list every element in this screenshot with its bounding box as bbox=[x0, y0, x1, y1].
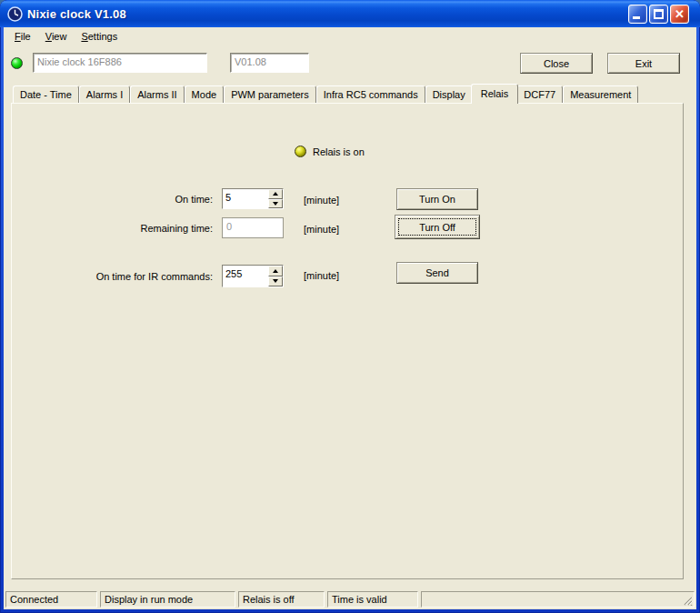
ir-on-time-value[interactable]: 255 bbox=[223, 266, 268, 286]
relais-tab-page: Relais is on On time: 5 [minute] Turn On… bbox=[11, 103, 684, 579]
titlebar[interactable]: Nixie clock V1.08 ✕ bbox=[0, 0, 700, 27]
status-connection: Connected bbox=[5, 591, 97, 608]
remaining-time-label: Remaining time: bbox=[12, 223, 213, 234]
close-button[interactable]: Close bbox=[520, 53, 593, 74]
ir-on-time-spin-up-button[interactable] bbox=[268, 266, 283, 276]
minimize-icon bbox=[633, 16, 640, 19]
app-window: Nixie clock V1.08 ✕ File View Settings N… bbox=[0, 0, 700, 613]
ir-on-time-spin-down-button[interactable] bbox=[268, 276, 283, 287]
clock-icon bbox=[7, 6, 23, 22]
turn-on-button[interactable]: Turn On bbox=[396, 188, 478, 210]
arrow-up-icon bbox=[273, 269, 278, 273]
turn-off-button[interactable]: Turn Off bbox=[395, 215, 480, 239]
menu-view[interactable]: View bbox=[38, 29, 75, 44]
status-time: Time is valid bbox=[327, 591, 418, 608]
status-bar: Connected Display in run mode Relais is … bbox=[4, 589, 696, 609]
tab-pwm-parameters[interactable]: PWM parameters bbox=[224, 85, 316, 103]
tab-strip: Date - Time Alarms I Alarms II Mode PWM … bbox=[11, 83, 638, 103]
exit-button[interactable]: Exit bbox=[607, 53, 680, 74]
tab-infra-rc5-commands[interactable]: Infra RC5 commands bbox=[316, 85, 425, 103]
menu-bar: File View Settings bbox=[4, 27, 696, 45]
arrow-down-icon bbox=[273, 202, 278, 206]
remaining-time-unit-label: [minute] bbox=[304, 224, 339, 235]
close-icon: ✕ bbox=[671, 5, 688, 23]
status-empty bbox=[421, 591, 695, 608]
status-relais: Relais is off bbox=[238, 591, 325, 608]
tab-measurement[interactable]: Measurement bbox=[563, 85, 638, 103]
arrow-up-icon bbox=[273, 192, 278, 196]
arrow-down-icon bbox=[273, 279, 278, 283]
tab-relais[interactable]: Relais bbox=[471, 84, 519, 104]
relais-status-label: Relais is on bbox=[313, 146, 365, 157]
ir-on-time-label: On time for IR commands: bbox=[12, 271, 213, 282]
menu-file[interactable]: File bbox=[7, 29, 38, 44]
tab-alarms-1[interactable]: Alarms I bbox=[79, 85, 130, 103]
relais-status: Relais is on bbox=[295, 146, 365, 157]
menu-settings[interactable]: Settings bbox=[74, 29, 125, 44]
firmware-version-field[interactable]: V01.08 bbox=[230, 53, 309, 73]
send-button[interactable]: Send bbox=[396, 262, 478, 284]
close-window-button[interactable]: ✕ bbox=[670, 5, 689, 24]
on-time-value[interactable]: 5 bbox=[223, 189, 268, 208]
relais-led-icon bbox=[295, 146, 306, 157]
connection-led-icon bbox=[11, 57, 23, 69]
ir-on-time-unit-label: [minute] bbox=[304, 270, 339, 281]
on-time-stepper[interactable]: 5 bbox=[222, 188, 284, 209]
client-area: File View Settings Nixie clock 16F886 V0… bbox=[4, 27, 696, 609]
remaining-time-field: 0 bbox=[222, 217, 284, 238]
tab-dcf77[interactable]: DCF77 bbox=[516, 85, 563, 103]
maximize-button[interactable] bbox=[649, 5, 668, 24]
window-title: Nixie clock V1.08 bbox=[27, 7, 628, 21]
on-time-spin-up-button[interactable] bbox=[268, 189, 283, 199]
tab-alarms-2[interactable]: Alarms II bbox=[130, 85, 184, 103]
on-time-spin-down-button[interactable] bbox=[268, 199, 283, 209]
minimize-button[interactable] bbox=[628, 5, 647, 24]
resize-grip-icon[interactable] bbox=[681, 594, 693, 606]
on-time-unit-label: [minute] bbox=[304, 195, 339, 206]
maximize-icon bbox=[654, 9, 664, 19]
device-name-field[interactable]: Nixie clock 16F886 bbox=[33, 53, 207, 73]
tab-mode[interactable]: Mode bbox=[185, 85, 225, 103]
status-display-mode: Display in run mode bbox=[100, 591, 235, 608]
tab-date-time[interactable]: Date - Time bbox=[13, 85, 79, 103]
ir-on-time-stepper[interactable]: 255 bbox=[222, 265, 284, 287]
tab-display[interactable]: Display bbox=[425, 85, 473, 103]
on-time-label: On time: bbox=[12, 194, 213, 205]
